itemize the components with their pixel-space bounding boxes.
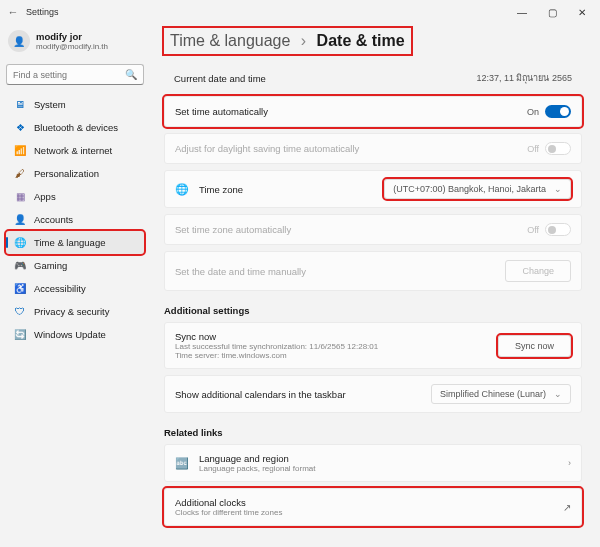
- additional-settings-heading: Additional settings: [164, 305, 582, 316]
- sidebar-item-apps[interactable]: ▦Apps: [6, 185, 144, 208]
- sync-now-button[interactable]: Sync now: [498, 335, 571, 357]
- sidebar-item-privacy-security[interactable]: 🛡Privacy & security: [6, 300, 144, 323]
- search-box[interactable]: 🔍: [6, 64, 144, 85]
- nav-icon: 🛡: [14, 306, 26, 317]
- timezone-row: 🌐 Time zone (UTC+07:00) Bangkok, Hanoi, …: [164, 170, 582, 208]
- dst-row: Adjust for daylight saving time automati…: [164, 133, 582, 164]
- sidebar-item-time-language[interactable]: 🌐Time & language: [6, 231, 144, 254]
- main-content: Time & language › Date & time Current da…: [150, 24, 600, 547]
- nav-label: Windows Update: [34, 329, 106, 340]
- language-icon: 🔤: [175, 457, 191, 470]
- titlebar: ← Settings — ▢ ✕: [0, 0, 600, 24]
- current-datetime-label: Current date and time: [174, 73, 266, 84]
- sidebar-item-windows-update[interactable]: 🔄Windows Update: [6, 323, 144, 346]
- nav-label: Accessibility: [34, 283, 86, 294]
- sidebar-item-system[interactable]: 🖥System: [6, 93, 144, 116]
- nav-icon: 🔄: [14, 329, 26, 340]
- auto-time-state: On: [527, 107, 539, 117]
- breadcrumb-current: Date & time: [317, 32, 405, 49]
- sidebar-item-bluetooth-devices[interactable]: ❖Bluetooth & devices: [6, 116, 144, 139]
- search-input[interactable]: [13, 70, 125, 80]
- additional-clocks-title: Additional clocks: [175, 497, 282, 508]
- auto-tz-state: Off: [527, 225, 539, 235]
- window-title: Settings: [26, 7, 59, 17]
- auto-tz-label: Set time zone automatically: [175, 224, 291, 235]
- account-name: modify jor: [36, 31, 108, 42]
- nav-icon: 👤: [14, 214, 26, 225]
- nav-icon: 🎮: [14, 260, 26, 271]
- auto-tz-toggle: [545, 223, 571, 236]
- nav-icon: ❖: [14, 122, 26, 133]
- nav-label: Time & language: [34, 237, 105, 248]
- nav-icon: 🖥: [14, 99, 26, 110]
- language-region-row[interactable]: 🔤 Language and region Language packs, re…: [164, 444, 582, 482]
- calendars-label: Show additional calendars in the taskbar: [175, 389, 346, 400]
- current-datetime-value: 12:37, 11 มิถุนายน 2565: [476, 71, 572, 85]
- calendars-select[interactable]: Simplified Chinese (Lunar) ⌄: [431, 384, 571, 404]
- nav-label: Network & internet: [34, 145, 112, 156]
- auto-time-label: Set time automatically: [175, 106, 268, 117]
- chevron-right-icon: ›: [568, 458, 571, 468]
- calendars-row: Show additional calendars in the taskbar…: [164, 375, 582, 413]
- manual-time-row: Set the date and time manually Change: [164, 251, 582, 291]
- nav-label: System: [34, 99, 66, 110]
- dst-toggle: [545, 142, 571, 155]
- nav-icon: ▦: [14, 191, 26, 202]
- nav-icon: 🌐: [14, 237, 26, 248]
- change-button: Change: [505, 260, 571, 282]
- sync-title: Sync now: [175, 331, 378, 342]
- nav-label: Apps: [34, 191, 56, 202]
- auto-time-row: Set time automatically On: [164, 96, 582, 127]
- sync-server: Time server: time.windows.com: [175, 351, 378, 360]
- nav-label: Gaming: [34, 260, 67, 271]
- back-button[interactable]: ←: [4, 6, 22, 18]
- additional-clocks-sub: Clocks for different time zones: [175, 508, 282, 517]
- dst-state: Off: [527, 144, 539, 154]
- auto-time-toggle[interactable]: [545, 105, 571, 118]
- dst-label: Adjust for daylight saving time automati…: [175, 143, 359, 154]
- language-region-sub: Language packs, regional format: [199, 464, 316, 473]
- chevron-down-icon: ⌄: [554, 184, 562, 194]
- timezone-value: (UTC+07:00) Bangkok, Hanoi, Jakarta: [393, 184, 546, 194]
- nav-label: Accounts: [34, 214, 73, 225]
- sidebar-item-accessibility[interactable]: ♿Accessibility: [6, 277, 144, 300]
- sidebar-item-accounts[interactable]: 👤Accounts: [6, 208, 144, 231]
- chevron-right-icon: ›: [301, 32, 306, 49]
- breadcrumb: Time & language › Date & time: [164, 28, 411, 54]
- nav-icon: 📶: [14, 145, 26, 156]
- timezone-select[interactable]: (UTC+07:00) Bangkok, Hanoi, Jakarta ⌄: [384, 179, 571, 199]
- sidebar-item-network-internet[interactable]: 📶Network & internet: [6, 139, 144, 162]
- globe-icon: 🌐: [175, 183, 191, 196]
- current-datetime-row: Current date and time 12:37, 11 มิถุนายน…: [164, 60, 582, 90]
- sidebar: 👤 modify jor modify@modify.in.th 🔍 🖥Syst…: [0, 24, 150, 547]
- timezone-label: Time zone: [199, 184, 243, 195]
- breadcrumb-parent[interactable]: Time & language: [170, 32, 290, 49]
- additional-clocks-row[interactable]: Additional clocks Clocks for different t…: [164, 488, 582, 526]
- calendars-value: Simplified Chinese (Lunar): [440, 389, 546, 399]
- auto-tz-row: Set time zone automatically Off: [164, 214, 582, 245]
- nav-label: Privacy & security: [34, 306, 110, 317]
- language-region-title: Language and region: [199, 453, 316, 464]
- chevron-down-icon: ⌄: [554, 389, 562, 399]
- nav-icon: 🖌: [14, 168, 26, 179]
- maximize-button[interactable]: ▢: [538, 2, 566, 22]
- manual-time-label: Set the date and time manually: [175, 266, 306, 277]
- related-links-heading: Related links: [164, 427, 582, 438]
- sidebar-item-personalization[interactable]: 🖌Personalization: [6, 162, 144, 185]
- search-icon: 🔍: [125, 69, 137, 80]
- external-link-icon: ↗: [563, 502, 571, 513]
- account-block[interactable]: 👤 modify jor modify@modify.in.th: [6, 26, 144, 60]
- close-button[interactable]: ✕: [568, 2, 596, 22]
- minimize-button[interactable]: —: [508, 2, 536, 22]
- avatar-icon: 👤: [8, 30, 30, 52]
- account-email: modify@modify.in.th: [36, 42, 108, 51]
- sync-row: Sync now Last successful time synchroniz…: [164, 322, 582, 369]
- sidebar-item-gaming[interactable]: 🎮Gaming: [6, 254, 144, 277]
- nav-label: Bluetooth & devices: [34, 122, 118, 133]
- nav-label: Personalization: [34, 168, 99, 179]
- sync-last: Last successful time synchronization: 11…: [175, 342, 378, 351]
- nav-icon: ♿: [14, 283, 26, 294]
